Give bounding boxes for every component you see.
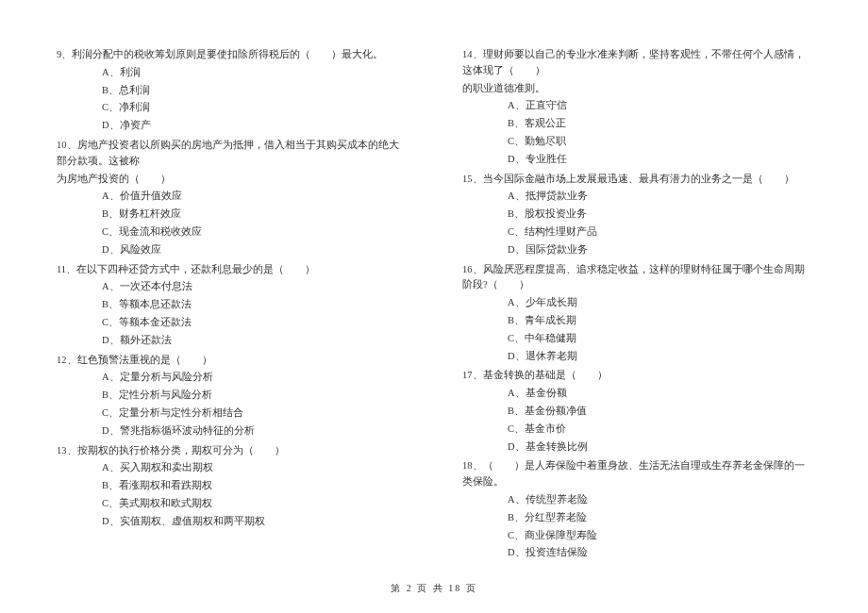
option-b: B、分红型养老险 (508, 510, 811, 526)
option-b: B、客观公正 (508, 116, 811, 132)
option-b: B、财务杠杆效应 (102, 207, 406, 223)
option-a: A、少年成长期 (508, 295, 811, 311)
option-b: B、定性分析与风险分析 (102, 388, 406, 404)
option-d: D、专业胜任 (508, 152, 811, 168)
option-b: B、基金份额净值 (508, 404, 811, 420)
option-b: B、等额本息还款法 (102, 297, 406, 313)
question-text-line1: 14、理财师要以自己的专业水准来判断，坚持客观性，不带任何个人感情，这体现了（ … (462, 47, 811, 79)
question-text: 15、当今国际金融市场上发展最迅速、最具有潜力的业务之一是（ ） (462, 172, 811, 188)
options-list: A、少年成长期 B、青年成长期 C、中年稳健期 D、退休养老期 (462, 295, 811, 364)
option-d: D、国际贷款业务 (508, 242, 811, 258)
question-17: 17、基金转换的基础是（ ） A、基金份额 B、基金份额净值 C、基金市价 D、… (462, 368, 811, 455)
question-18: 18、（ ）是人寿保险中着重身故、生活无法自理或生存养老金保障的一类保险。 A、… (462, 458, 811, 561)
option-a: A、利润 (102, 65, 406, 81)
option-b: B、股权投资业务 (508, 207, 811, 223)
question-text: 9、利润分配中的税收筹划原则是要使扣除所得税后的（ ）最大化。 (57, 47, 406, 63)
options-list: A、定量分析与风险分析 B、定性分析与风险分析 C、定量分析与定性分析相结合 D… (57, 370, 406, 439)
option-d: D、退休养老期 (508, 349, 811, 365)
question-10: 10、房地产投资者以所购买的房地产为抵押，借入相当于其购买成本的绝大部分款项。这… (57, 138, 406, 258)
option-c: C、定量分析与定性分析相结合 (102, 406, 406, 422)
question-15: 15、当今国际金融市场上发展最迅速、最具有潜力的业务之一是（ ） A、抵押贷款业… (462, 172, 811, 258)
option-d: D、风险效应 (102, 242, 406, 258)
options-list: A、传统型养老险 B、分红型养老险 C、商业保障型寿险 D、投资连结保险 (462, 492, 811, 561)
option-c: C、中年稳健期 (508, 331, 811, 347)
question-text-line2: 为房地产投资的（ ） (57, 172, 406, 188)
option-c: C、现金流和税收效应 (102, 224, 406, 240)
options-list: A、一次还本付息法 B、等额本息还款法 C、等额本金还款法 D、额外还款法 (57, 279, 406, 348)
option-d: D、基金转换比例 (508, 439, 811, 456)
question-13: 13、按期权的执行价格分类，期权可分为（ ） A、买入期权和卖出期权 B、看涨期… (57, 443, 406, 530)
question-text: 11、在以下四种还贷方式中，还款利息最少的是（ ） (57, 262, 406, 278)
left-column: 9、利润分配中的税收筹划原则是要使扣除所得税后的（ ）最大化。 A、利润 B、总… (57, 47, 406, 565)
option-c: C、结构性理财产品 (508, 224, 811, 240)
option-a: A、正直守信 (508, 98, 811, 114)
option-c: C、商业保障型寿险 (508, 528, 811, 544)
question-text: 13、按期权的执行价格分类，期权可分为（ ） (57, 443, 406, 459)
right-column: 14、理财师要以自己的专业水准来判断，坚持客观性，不带任何个人感情，这体现了（ … (462, 47, 811, 565)
option-c: C、基金市价 (508, 422, 811, 438)
question-text: 18、（ ）是人寿保险中着重身故、生活无法自理或生存养老金保障的一类保险。 (462, 458, 811, 490)
question-16: 16、风险厌恶程度提高、追求稳定收益，这样的理财特征属于哪个生命周期阶段?（ ）… (462, 262, 811, 365)
option-b: B、青年成长期 (508, 313, 811, 329)
question-9: 9、利润分配中的税收筹划原则是要使扣除所得税后的（ ）最大化。 A、利润 B、总… (57, 47, 406, 134)
options-list: A、价值升值效应 B、财务杠杆效应 C、现金流和税收效应 D、风险效应 (57, 189, 406, 257)
question-text: 17、基金转换的基础是（ ） (462, 368, 811, 384)
option-b: B、看涨期权和看跌期权 (102, 478, 406, 494)
option-a: A、一次还本付息法 (102, 279, 406, 295)
option-c: C、美式期权和欧式期权 (102, 496, 406, 512)
option-c: C、净利润 (102, 100, 406, 116)
option-d: D、净资产 (102, 118, 406, 134)
question-text: 12、红色预警法重视的是（ ） (57, 353, 406, 369)
question-11: 11、在以下四种还贷方式中，还款利息最少的是（ ） A、一次还本付息法 B、等额… (57, 262, 406, 349)
option-d: D、额外还款法 (102, 333, 406, 349)
options-list: A、基金份额 B、基金份额净值 C、基金市价 D、基金转换比例 (462, 386, 811, 455)
option-a: A、传统型养老险 (508, 492, 811, 508)
option-b: B、总利润 (102, 83, 406, 99)
option-d: D、投资连结保险 (508, 545, 811, 561)
option-d: D、警兆指标循环波动特征的分析 (102, 423, 406, 439)
question-14: 14、理财师要以自己的专业水准来判断，坚持客观性，不带任何个人感情，这体现了（ … (462, 47, 811, 168)
option-a: A、抵押贷款业务 (508, 189, 811, 205)
option-c: C、等额本金还款法 (102, 315, 406, 331)
option-d: D、实值期权、虚值期权和两平期权 (102, 514, 406, 530)
option-a: A、基金份额 (508, 386, 811, 402)
page-footer: 第 2 页 共 18 页 (391, 581, 477, 596)
question-text-line1: 10、房地产投资者以所购买的房地产为抵押，借入相当于其购买成本的绝大部分款项。这… (57, 138, 406, 170)
option-a: A、定量分析与风险分析 (102, 370, 406, 386)
question-text-line2: 的职业道德准则。 (462, 81, 811, 97)
question-12: 12、红色预警法重视的是（ ） A、定量分析与风险分析 B、定性分析与风险分析 … (57, 353, 406, 439)
option-c: C、勤勉尽职 (508, 134, 811, 150)
options-list: A、抵押贷款业务 B、股权投资业务 C、结构性理财产品 D、国际贷款业务 (462, 189, 811, 257)
two-column-layout: 9、利润分配中的税收筹划原则是要使扣除所得税后的（ ）最大化。 A、利润 B、总… (57, 47, 811, 565)
option-a: A、买入期权和卖出期权 (102, 460, 406, 476)
options-list: A、正直守信 B、客观公正 C、勤勉尽职 D、专业胜任 (462, 98, 811, 167)
option-a: A、价值升值效应 (102, 189, 406, 205)
question-text: 16、风险厌恶程度提高、追求稳定收益，这样的理财特征属于哪个生命周期阶段?（ ） (462, 262, 811, 294)
options-list: A、利润 B、总利润 C、净利润 D、净资产 (57, 65, 406, 134)
options-list: A、买入期权和卖出期权 B、看涨期权和看跌期权 C、美式期权和欧式期权 D、实值… (57, 460, 406, 529)
